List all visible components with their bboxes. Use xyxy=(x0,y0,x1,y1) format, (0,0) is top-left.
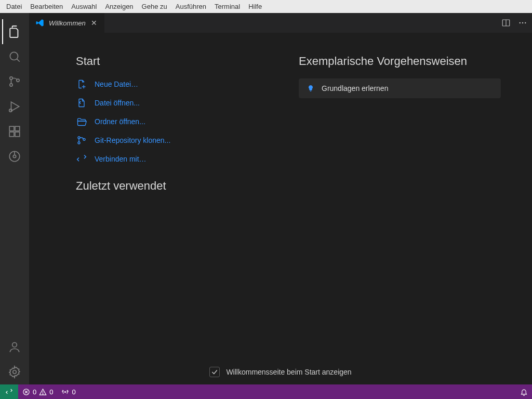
status-bar: 0 0 0 xyxy=(0,384,532,399)
warning-icon xyxy=(39,388,47,396)
welcome-page: Start Neue Datei… Datei öffnen... Ord xyxy=(29,33,532,384)
start-item-label: Neue Datei… xyxy=(95,80,138,88)
menu-terminal[interactable]: Terminal xyxy=(210,1,244,12)
menu-hilfe[interactable]: Hilfe xyxy=(244,1,266,12)
lightbulb-icon xyxy=(306,84,315,93)
svg-point-13 xyxy=(13,370,17,374)
svg-point-30 xyxy=(65,391,66,393)
source-control-icon[interactable] xyxy=(2,69,27,94)
start-open-folder[interactable]: Ordner öffnen... xyxy=(76,116,278,127)
git-clone-icon xyxy=(76,135,87,146)
start-item-label: Git-Repository klonen... xyxy=(95,136,170,144)
menu-gehe-zu[interactable]: Gehe zu xyxy=(138,1,171,12)
svg-point-22 xyxy=(78,142,80,144)
start-open-file[interactable]: Datei öffnen... xyxy=(76,97,278,109)
menu-ausfuehren[interactable]: Ausführen xyxy=(171,1,210,12)
menu-auswahl[interactable]: Auswahl xyxy=(67,1,101,12)
svg-line-1 xyxy=(17,59,19,61)
remote-explorer-icon[interactable] xyxy=(2,144,27,169)
split-editor-icon[interactable] xyxy=(501,18,511,28)
explorer-icon[interactable] xyxy=(2,19,27,44)
svg-point-0 xyxy=(10,52,18,60)
vscode-logo-icon xyxy=(35,18,45,28)
svg-point-21 xyxy=(78,137,80,139)
start-item-label: Datei öffnen... xyxy=(95,99,140,107)
more-actions-icon[interactable] xyxy=(517,18,528,28)
editor-tabbar: Willkommen ✕ xyxy=(29,13,532,33)
svg-point-3 xyxy=(10,84,12,86)
menu-datei[interactable]: Datei xyxy=(2,1,26,12)
svg-point-12 xyxy=(12,342,17,347)
start-item-label: Verbinden mit… xyxy=(95,155,147,163)
show-welcome-checkbox[interactable] xyxy=(209,367,220,377)
svg-point-17 xyxy=(522,22,524,24)
tab-title: Willkommen xyxy=(49,19,86,27)
ports-icon xyxy=(61,388,69,396)
status-forwarded-ports[interactable]: 0 xyxy=(57,384,79,399)
start-connect-to[interactable]: Verbinden mit… xyxy=(76,153,278,165)
editor-region: Willkommen ✕ Start Neue xyxy=(29,13,532,384)
settings-gear-icon[interactable] xyxy=(2,360,27,384)
tab-close-icon[interactable]: ✕ xyxy=(90,19,98,27)
svg-point-29 xyxy=(43,393,43,394)
walkthroughs-heading: Exemplarische Vorgehensweisen xyxy=(299,55,501,68)
remote-connect-icon xyxy=(76,153,87,165)
accounts-icon[interactable] xyxy=(2,335,27,360)
svg-rect-7 xyxy=(9,132,14,137)
svg-point-18 xyxy=(525,22,526,24)
svg-point-2 xyxy=(10,77,12,79)
menu-anzeigen[interactable]: Anzeigen xyxy=(101,1,137,12)
open-file-icon xyxy=(76,97,87,109)
error-icon xyxy=(22,388,30,396)
svg-rect-24 xyxy=(310,91,312,91)
activity-bar xyxy=(0,13,29,384)
open-folder-icon xyxy=(76,116,87,127)
status-port-count: 0 xyxy=(72,388,75,396)
svg-point-16 xyxy=(519,22,521,24)
status-problems[interactable]: 0 0 xyxy=(18,384,57,399)
new-file-icon xyxy=(76,78,87,90)
svg-rect-6 xyxy=(9,126,14,131)
start-new-file[interactable]: Neue Datei… xyxy=(76,78,278,90)
walkthrough-learn-basics[interactable]: Grundlagen erlernen xyxy=(299,78,501,98)
run-debug-icon[interactable] xyxy=(2,94,27,119)
menu-bearbeiten[interactable]: Bearbeiten xyxy=(26,1,67,12)
extensions-icon[interactable] xyxy=(2,119,27,144)
walkthrough-label: Grundlagen erlernen xyxy=(322,84,388,92)
start-clone-repo[interactable]: Git-Repository klonen... xyxy=(76,135,278,146)
status-warning-count: 0 xyxy=(49,388,53,396)
status-remote-button[interactable] xyxy=(0,384,18,399)
svg-rect-8 xyxy=(15,132,20,137)
show-welcome-label: Willkommensseite beim Start anzeigen xyxy=(226,368,351,376)
start-heading: Start xyxy=(76,55,278,68)
recent-heading: Zuletzt verwendet xyxy=(76,179,278,193)
start-item-label: Ordner öffnen... xyxy=(95,117,145,126)
svg-point-11 xyxy=(13,155,16,157)
tab-welcome[interactable]: Willkommen ✕ xyxy=(29,13,104,33)
bell-icon xyxy=(520,388,528,396)
search-icon[interactable] xyxy=(2,44,27,69)
system-menubar: Datei Bearbeiten Auswahl Anzeigen Gehe z… xyxy=(0,0,532,13)
svg-rect-9 xyxy=(15,126,20,131)
status-error-count: 0 xyxy=(33,388,36,396)
status-notifications[interactable] xyxy=(516,384,532,399)
svg-point-5 xyxy=(9,109,12,112)
